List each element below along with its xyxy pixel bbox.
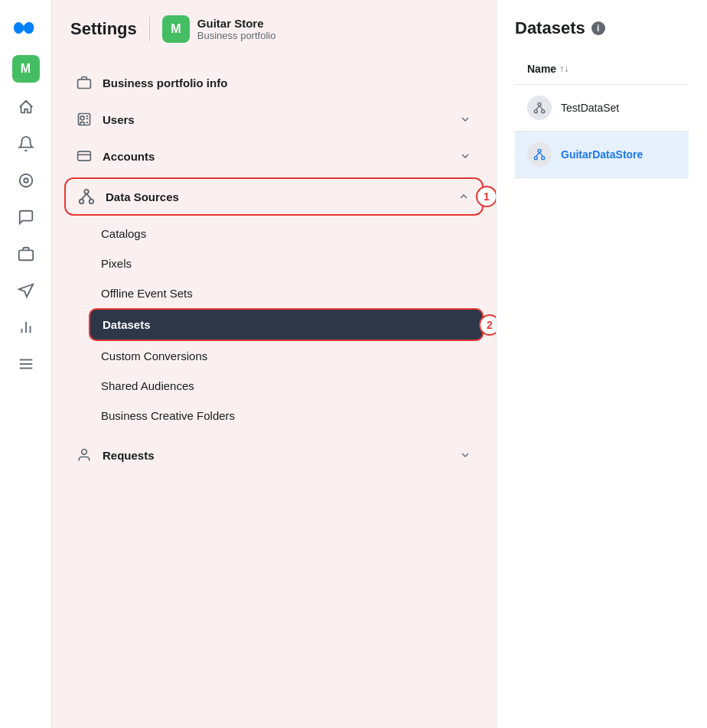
header-divider — [149, 17, 150, 41]
data-sources-badge: 1 — [476, 186, 496, 207]
data-sources-submenu: Catalogs Pixels Offline Event Sets Datas… — [64, 219, 484, 431]
svg-point-26 — [534, 157, 537, 160]
svg-point-11 — [80, 116, 84, 120]
svg-point-15 — [80, 200, 84, 204]
svg-point-14 — [84, 190, 89, 194]
briefcase-icon[interactable] — [11, 239, 41, 269]
requests-icon — [77, 447, 92, 463]
users-chevron-icon — [459, 113, 471, 125]
home-icon[interactable] — [11, 92, 41, 122]
svg-point-25 — [538, 149, 541, 152]
submenu-custom-conversions[interactable]: Custom Conversions — [89, 341, 484, 371]
users-icon — [77, 112, 92, 127]
hamburger-menu-icon[interactable] — [11, 349, 41, 379]
account-avatar[interactable]: M — [162, 15, 190, 43]
table-row[interactable]: GuitarDataStore — [515, 132, 689, 178]
nav-item-users[interactable]: Users — [64, 101, 484, 138]
datasets-panel: Datasets i Name ↑↓ TestDataSet GuitarDat… — [496, 0, 707, 728]
data-sources-section: Data Sources 1 — [64, 177, 484, 216]
svg-rect-9 — [78, 80, 91, 89]
nav-item-left: Data Sources — [78, 188, 179, 205]
svg-line-17 — [82, 193, 86, 199]
nav-item-left: Users — [77, 112, 135, 127]
nav-menu: Business portfolio info Users — [52, 58, 496, 728]
portfolio-icon — [77, 75, 92, 90]
accounts-label: Accounts — [103, 150, 155, 163]
svg-point-19 — [82, 450, 87, 455]
svg-line-24 — [539, 106, 543, 109]
svg-point-27 — [542, 157, 545, 160]
meta-logo — [11, 12, 41, 43]
dataset-name: TestDataSet — [561, 102, 619, 114]
megaphone-icon[interactable] — [11, 275, 41, 306]
submenu-pixels[interactable]: Pixels — [89, 249, 484, 278]
bell-icon[interactable] — [11, 128, 41, 159]
data-sources-icon — [78, 188, 95, 205]
sidebar-account-avatar[interactable]: M — [12, 55, 40, 83]
submenu-catalogs[interactable]: Catalogs — [89, 219, 484, 249]
svg-line-28 — [536, 152, 539, 156]
data-sources-chevron-icon — [458, 190, 470, 203]
account-name: Guitar Store — [197, 17, 276, 30]
svg-point-0 — [19, 174, 32, 187]
table-row[interactable]: TestDataSet — [515, 85, 689, 132]
location-icon[interactable] — [11, 165, 41, 196]
account-type: Business portfolio — [197, 30, 276, 41]
nav-item-data-sources[interactable]: Data Sources — [64, 177, 484, 216]
nav-item-business-portfolio[interactable]: Business portfolio info — [64, 64, 484, 101]
datasets-header: Datasets i — [515, 18, 689, 38]
accounts-chevron-icon — [459, 150, 471, 162]
svg-point-16 — [90, 200, 94, 204]
svg-point-1 — [24, 178, 28, 183]
nav-item-requests[interactable]: Requests — [64, 437, 484, 473]
submenu-offline-event-sets[interactable]: Offline Event Sets — [89, 278, 484, 308]
accounts-icon — [77, 148, 92, 164]
svg-point-20 — [538, 102, 541, 106]
chart-icon[interactable] — [11, 312, 41, 343]
nav-item-left: Accounts — [77, 148, 155, 164]
data-sources-label: Data Sources — [106, 190, 179, 203]
name-column-header[interactable]: Name ↑↓ — [527, 63, 569, 75]
svg-line-29 — [539, 152, 543, 156]
chat-icon[interactable] — [11, 202, 41, 232]
requests-chevron-icon — [459, 449, 471, 461]
svg-point-21 — [534, 110, 537, 113]
dataset-name: GuitarDataStore — [561, 148, 643, 161]
users-label: Users — [103, 113, 135, 126]
account-info: M Guitar Store Business portfolio — [162, 15, 276, 43]
dataset-icon — [527, 96, 552, 120]
submenu-datasets[interactable]: Datasets — [89, 308, 484, 341]
svg-rect-2 — [18, 250, 32, 260]
datasets-title: Datasets — [515, 18, 585, 38]
svg-line-18 — [86, 193, 91, 199]
nav-item-accounts[interactable]: Accounts — [64, 138, 484, 174]
nav-item-left: Requests — [77, 447, 155, 463]
table-header: Name ↑↓ — [515, 54, 689, 85]
nav-header: Settings M Guitar Store Business portfol… — [52, 0, 496, 58]
submenu-business-creative-folders[interactable]: Business Creative Folders — [89, 401, 484, 431]
svg-point-22 — [542, 110, 545, 113]
svg-line-23 — [536, 106, 539, 109]
nav-sidebar: Settings M Guitar Store Business portfol… — [52, 0, 496, 728]
business-portfolio-label: Business portfolio info — [103, 76, 227, 89]
icon-sidebar: M — [0, 0, 52, 728]
submenu-shared-audiences[interactable]: Shared Audiences — [89, 371, 484, 401]
svg-rect-12 — [78, 151, 91, 161]
datasets-badge: 2 — [479, 314, 496, 336]
requests-label: Requests — [103, 449, 155, 462]
settings-title: Settings — [70, 19, 137, 39]
account-details: Guitar Store Business portfolio — [197, 17, 276, 41]
nav-item-left: Business portfolio info — [77, 75, 227, 90]
info-icon[interactable]: i — [591, 21, 605, 35]
datasets-item-wrapper: Datasets 2 — [89, 308, 484, 341]
dataset-icon — [527, 142, 552, 167]
sort-icon: ↑↓ — [559, 63, 569, 74]
